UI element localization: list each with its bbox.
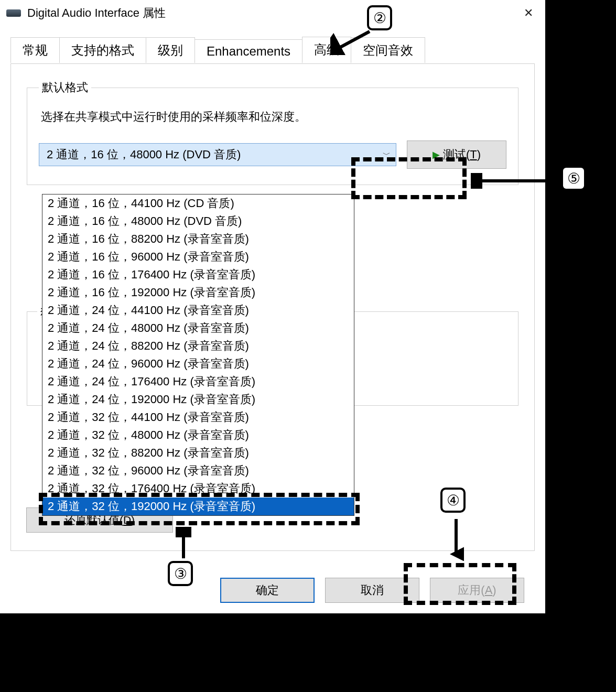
format-option[interactable]: 2 通道，24 位，96000 Hz (录音室音质): [42, 355, 354, 373]
format-option[interactable]: 2 通道，16 位，176400 Hz (录音室音质): [42, 266, 354, 284]
format-option[interactable]: 2 通道，32 位，96000 Hz (录音室音质): [42, 462, 354, 480]
titlebar: Digital Audio Interface 属性 ✕: [0, 0, 545, 26]
format-option[interactable]: 2 通道，24 位，192000 Hz (录音室音质): [42, 391, 354, 408]
callout-2: ②: [367, 5, 392, 30]
tab-strip: 常规支持的格式级别Enhancements高级空间音效: [10, 37, 535, 63]
tab-4[interactable]: 高级: [302, 37, 351, 63]
callout-5: ⑤: [561, 166, 586, 191]
sample-format-dropdown[interactable]: 2 通道，16 位，48000 Hz (DVD 音质) ﹀: [39, 143, 396, 166]
tab-5[interactable]: 空间音效: [351, 37, 425, 63]
format-option[interactable]: 2 通道，24 位，176400 Hz (录音室音质): [42, 373, 354, 391]
default-format-legend: 默认格式: [39, 80, 91, 95]
play-icon: ▶: [433, 149, 440, 160]
sample-format-selected: 2 通道，16 位，48000 Hz (DVD 音质): [47, 147, 241, 163]
ok-button[interactable]: 确定: [220, 578, 315, 603]
apply-button[interactable]: 应用(A): [430, 578, 524, 603]
callout-4: ④: [440, 488, 466, 513]
format-option[interactable]: 2 通道，32 位，48000 Hz (录音室音质): [42, 426, 354, 444]
test-button[interactable]: ▶ 测试(T): [407, 140, 506, 169]
dialog-button-row: 确定 取消 应用(A): [0, 578, 545, 603]
tab-2[interactable]: 级别: [146, 37, 195, 63]
format-option[interactable]: 2 通道，16 位，96000 Hz (录音室音质): [42, 248, 354, 266]
callout-3: ③: [168, 561, 193, 586]
tab-3[interactable]: Enhancements: [194, 39, 302, 63]
format-option[interactable]: 2 通道，32 位，176400 Hz (录音室音质): [42, 480, 354, 498]
close-button[interactable]: ✕: [516, 1, 541, 26]
tab-1[interactable]: 支持的格式: [59, 37, 146, 63]
chevron-down-icon: ﹀: [383, 150, 391, 160]
format-option[interactable]: 2 通道，32 位，44100 Hz (录音室音质): [42, 408, 354, 426]
properties-dialog: Digital Audio Interface 属性 ✕ 常规支持的格式级别En…: [0, 0, 545, 613]
format-option[interactable]: 2 通道，24 位，44100 Hz (录音室音质): [42, 301, 354, 319]
device-icon: [6, 9, 21, 17]
format-option[interactable]: 2 通道，24 位，88200 Hz (录音室音质): [42, 337, 354, 355]
cancel-button[interactable]: 取消: [325, 578, 419, 603]
window-title: Digital Audio Interface 属性: [27, 5, 516, 21]
format-option[interactable]: 2 通道，16 位，48000 Hz (DVD 音质): [42, 212, 354, 230]
format-option[interactable]: 2 通道，24 位，48000 Hz (录音室音质): [42, 319, 354, 337]
format-option[interactable]: 2 通道，32 位，192000 Hz (录音室音质): [42, 498, 354, 515]
default-format-description: 选择在共享模式中运行时使用的采样频率和位深度。: [41, 109, 506, 125]
format-option[interactable]: 2 通道，16 位，192000 Hz (录音室音质): [42, 284, 354, 301]
format-option[interactable]: 2 通道，16 位，44100 Hz (CD 音质): [42, 194, 354, 212]
sample-format-dropdown-list[interactable]: 2 通道，16 位，44100 Hz (CD 音质)2 通道，16 位，4800…: [42, 194, 354, 516]
format-option[interactable]: 2 通道，16 位，88200 Hz (录音室音质): [42, 230, 354, 248]
format-option[interactable]: 2 通道，32 位，88200 Hz (录音室音质): [42, 444, 354, 462]
tab-0[interactable]: 常规: [10, 37, 60, 63]
default-format-group: 默认格式 选择在共享模式中运行时使用的采样频率和位深度。 2 通道，16 位，4…: [27, 80, 518, 185]
test-button-label: 测试(T): [443, 147, 481, 163]
